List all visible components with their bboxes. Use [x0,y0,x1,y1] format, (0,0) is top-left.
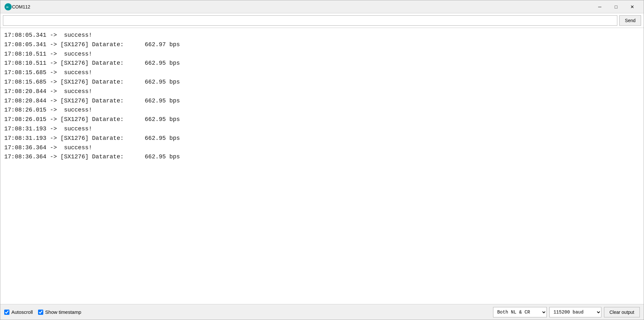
svg-text:∞: ∞ [6,5,8,9]
output-line: 17:08:31.193 -> [SX1276] Datarate: 662.9… [4,134,640,143]
output-line: 17:08:26.015 -> [SX1276] Datarate: 662.9… [4,115,640,124]
autoscroll-checkbox[interactable] [4,310,9,315]
autoscroll-label[interactable]: Autoscroll [4,309,33,315]
output-area: 17:08:05.341 -> success!17:08:05.341 -> … [0,28,644,304]
output-line: 17:08:20.844 -> [SX1276] Datarate: 662.9… [4,96,640,106]
maximize-button[interactable]: □ [609,2,624,12]
output-line: 17:08:05.341 -> success! [4,31,640,40]
output-line: 17:08:36.364 -> [SX1276] Datarate: 662.9… [4,152,640,162]
output-line: 17:08:10.511 -> success! [4,49,640,59]
close-button[interactable]: ✕ [625,2,640,12]
output-line: 17:08:26.015 -> success! [4,105,640,115]
output-line: 17:08:20.844 -> success! [4,87,640,96]
clear-output-button[interactable]: Clear output [604,307,640,317]
window-title: COM112 [12,4,592,9]
title-bar: ∞ COM112 ─ □ ✕ [0,0,644,13]
output-line: 17:08:15.685 -> [SX1276] Datarate: 662.9… [4,77,640,87]
output-line: 17:08:31.193 -> success! [4,124,640,134]
show-timestamp-label[interactable]: Show timestamp [38,309,81,315]
output-line: 17:08:10.511 -> [SX1276] Datarate: 662.9… [4,59,640,68]
message-input[interactable] [3,15,617,26]
show-timestamp-checkbox[interactable] [38,310,43,315]
autoscroll-text: Autoscroll [11,309,33,315]
baud-rate-select[interactable]: 300 baud1200 baud2400 baud4800 baud9600 … [549,307,601,317]
output-line: 17:08:15.685 -> success! [4,68,640,77]
input-row: Send [0,13,644,28]
status-bar-right: No line endingNewlineCarriage returnBoth… [493,307,640,317]
arduino-logo-icon: ∞ [4,3,12,11]
output-line: 17:08:05.341 -> [SX1276] Datarate: 662.9… [4,40,640,49]
send-button[interactable]: Send [619,15,641,26]
show-timestamp-text: Show timestamp [45,309,81,315]
output-line: 17:08:36.364 -> success! [4,143,640,153]
serial-monitor-window: ∞ COM112 ─ □ ✕ Send 17:08:05.341 -> succ… [0,0,644,320]
minimize-button[interactable]: ─ [592,2,607,12]
status-bar: Autoscroll Show timestamp No line ending… [0,304,644,320]
line-ending-select[interactable]: No line endingNewlineCarriage returnBoth… [493,307,547,317]
window-controls: ─ □ ✕ [592,2,640,12]
